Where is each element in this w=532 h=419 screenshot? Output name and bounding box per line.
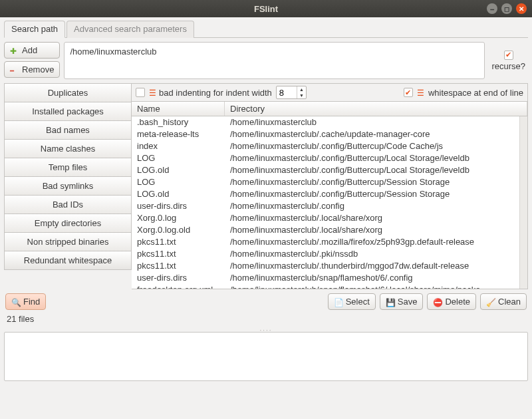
window-maximize-button[interactable]: ◻ xyxy=(501,3,512,14)
top-tabs: Search path Advanced search parameters xyxy=(4,20,528,38)
find-button[interactable]: Find xyxy=(5,293,46,310)
bad-indent-label: bad indenting for indent width xyxy=(159,88,272,98)
secondary-panel xyxy=(4,332,528,381)
results-header: Name Directory xyxy=(132,102,527,116)
col-name[interactable]: Name xyxy=(132,102,225,116)
results-scrollbar[interactable] xyxy=(519,116,527,289)
window-minimize-button[interactable]: ‒ xyxy=(487,3,497,14)
table-row[interactable]: freedesktop.org.xml/home/linuxmasterclub… xyxy=(132,284,519,289)
indent-width-down[interactable]: ▼ xyxy=(297,92,306,98)
cell-name: .bash_history xyxy=(137,116,230,128)
cell-name: LOG.old xyxy=(137,164,230,176)
window-close-button[interactable]: ✕ xyxy=(516,3,527,14)
find-label: Find xyxy=(23,297,40,307)
remove-label: Remove xyxy=(22,65,54,74)
table-row[interactable]: Xorg.0.log/home/linuxmasterclub/.local/s… xyxy=(132,212,519,224)
cell-directory: /home/linuxmasterclub/.config/Buttercup/… xyxy=(230,140,514,152)
action-toolbar: Find Select Save Delete Clean xyxy=(4,289,528,313)
bad-indent-checkbox[interactable] xyxy=(136,88,145,97)
recurse-label: recurse? xyxy=(491,61,525,71)
table-row[interactable]: index/home/linuxmasterclub/.config/Butte… xyxy=(132,140,519,152)
cell-directory: /home/linuxmasterclub/.config/Buttercup/… xyxy=(230,176,514,188)
table-row[interactable]: LOG.old/home/linuxmasterclub/.config/But… xyxy=(132,164,519,176)
add-label: Add xyxy=(22,45,37,55)
clean-label: Clean xyxy=(498,297,521,307)
clean-button[interactable]: Clean xyxy=(480,293,527,310)
cat-installed-packages[interactable]: Installed packages xyxy=(4,102,132,120)
save-label: Save xyxy=(398,297,418,307)
results-list[interactable]: .bash_history/home/linuxmasterclubmeta-r… xyxy=(132,116,519,289)
clean-icon xyxy=(486,297,495,307)
window-title: FSlint xyxy=(254,4,278,14)
cell-name: pkcs11.txt xyxy=(137,248,230,260)
cell-name: user-dirs.dirs xyxy=(137,200,230,212)
cell-directory: /home/linuxmasterclub/.config xyxy=(230,200,514,212)
minus-icon xyxy=(10,65,19,74)
table-row[interactable]: LOG/home/linuxmasterclub/.config/Butterc… xyxy=(132,176,519,188)
find-icon xyxy=(11,297,21,307)
table-row[interactable]: pkcs11.txt/home/linuxmasterclub/.mozilla… xyxy=(132,236,519,248)
delete-icon xyxy=(433,297,442,307)
cell-directory: /home/linuxmasterclub/.cache/update-mana… xyxy=(230,128,514,140)
cell-directory: /home/linuxmasterclub/.mozilla/firefox/z… xyxy=(230,236,514,248)
remove-path-button[interactable]: Remove xyxy=(4,61,60,78)
cat-bad-ids[interactable]: Bad IDs xyxy=(4,195,132,213)
cell-name: pkcs11.txt xyxy=(137,236,230,248)
cell-directory: /home/linuxmasterclub/.local/share/xorg xyxy=(230,212,514,224)
cell-directory: /home/linuxmasterclub/snap/flameshot/6/.… xyxy=(230,272,514,284)
add-path-button[interactable]: Add xyxy=(4,42,60,59)
select-button[interactable]: Select xyxy=(328,293,376,310)
cell-directory: /home/linuxmasterclub/.config/Buttercup/… xyxy=(230,164,514,176)
cell-name: Xorg.0.log.old xyxy=(137,224,230,236)
tab-advanced[interactable]: Advanced search parameters xyxy=(66,21,194,38)
ws-end-checkbox[interactable] xyxy=(404,88,413,97)
table-row[interactable]: user-dirs.dirs/home/linuxmasterclub/snap… xyxy=(132,272,519,284)
title-bar: FSlint ‒ ◻ ✕ xyxy=(0,0,532,17)
table-row[interactable]: LOG/home/linuxmasterclub/.config/Butterc… xyxy=(132,152,519,164)
cat-duplicates[interactable]: Duplicates xyxy=(4,83,132,102)
save-button[interactable]: Save xyxy=(380,293,424,310)
indent-icon xyxy=(149,88,155,98)
delete-label: Delete xyxy=(445,297,470,307)
cell-name: pkcs11.txt xyxy=(137,260,230,272)
cat-bad-symlinks[interactable]: Bad symlinks xyxy=(4,176,132,195)
search-path-panel: Add Remove /home/linuxmasterclub recurse… xyxy=(4,42,528,79)
recurse-checkbox[interactable] xyxy=(504,51,513,60)
cell-directory: /home/linuxmasterclub/.config/Buttercup/… xyxy=(230,152,514,164)
delete-button[interactable]: Delete xyxy=(427,293,476,310)
cat-temp-files[interactable]: Temp files xyxy=(4,158,132,176)
cell-name: LOG xyxy=(137,176,230,188)
table-row[interactable]: pkcs11.txt/home/linuxmasterclub/.thunder… xyxy=(132,260,519,272)
cell-directory: /home/linuxmasterclub/snap/flameshot/6/.… xyxy=(230,284,514,289)
cell-name: user-dirs.dirs xyxy=(137,272,230,284)
cat-bad-names[interactable]: Bad names xyxy=(4,120,132,139)
cell-directory: /home/linuxmasterclub/.pki/nssdb xyxy=(230,248,514,260)
cell-name: Xorg.0.log xyxy=(137,212,230,224)
cell-name: index xyxy=(137,140,230,152)
options-bar: bad indenting for indent width ▲ ▼ white… xyxy=(132,84,527,102)
path-list[interactable]: /home/linuxmasterclub xyxy=(64,42,485,79)
table-row[interactable]: meta-release-lts/home/linuxmasterclub/.c… xyxy=(132,128,519,140)
cat-non-stripped-binaries[interactable]: Non stripped binaries xyxy=(4,232,132,251)
table-row[interactable]: pkcs11.txt/home/linuxmasterclub/.pki/nss… xyxy=(132,248,519,260)
cell-name: LOG.old xyxy=(137,188,230,200)
cat-name-clashes[interactable]: Name clashes xyxy=(4,139,132,158)
indent-width-input[interactable] xyxy=(277,86,297,98)
cell-directory: /home/linuxmasterclub/.thunderbird/mggod… xyxy=(230,260,514,272)
cell-directory: /home/linuxmasterclub/.local/share/xorg xyxy=(230,224,514,236)
plus-icon xyxy=(10,46,19,55)
cell-name: freedesktop.org.xml xyxy=(137,284,230,289)
indent-width-up[interactable]: ▲ xyxy=(297,86,306,92)
cat-redundant-whitespace[interactable]: Redundant whitespace xyxy=(4,251,132,270)
path-entry[interactable]: /home/linuxmasterclub xyxy=(70,47,479,57)
indent-width-spinner[interactable]: ▲ ▼ xyxy=(276,86,307,99)
save-icon xyxy=(386,297,395,307)
table-row[interactable]: LOG.old/home/linuxmasterclub/.config/But… xyxy=(132,188,519,200)
table-row[interactable]: user-dirs.dirs/home/linuxmasterclub/.con… xyxy=(132,200,519,212)
col-directory[interactable]: Directory xyxy=(225,102,527,116)
table-row[interactable]: Xorg.0.log.old/home/linuxmasterclub/.loc… xyxy=(132,224,519,236)
table-row[interactable]: .bash_history/home/linuxmasterclub xyxy=(132,116,519,128)
tab-search-path[interactable]: Search path xyxy=(4,21,65,38)
cat-empty-directories[interactable]: Empty directories xyxy=(4,213,132,232)
cell-name: meta-release-lts xyxy=(137,128,230,140)
